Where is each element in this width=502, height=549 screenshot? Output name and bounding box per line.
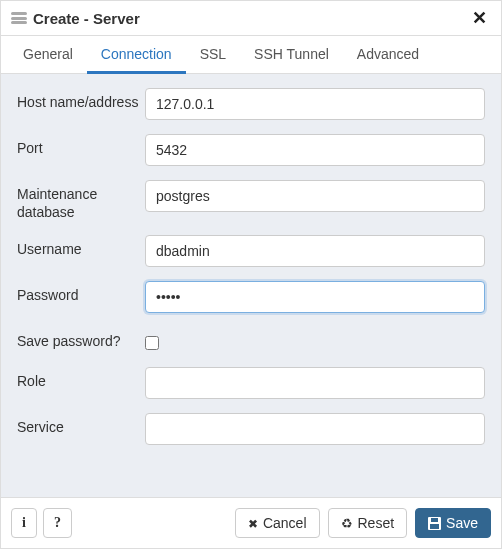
- form-body: Host name/address Port Maintenance datab…: [1, 74, 501, 497]
- save-label: Save: [446, 515, 478, 531]
- row-service: Service: [17, 413, 485, 445]
- create-server-dialog: Create - Server ✕ General Connection SSL…: [0, 0, 502, 549]
- row-role: Role: [17, 367, 485, 399]
- label-host: Host name/address: [17, 88, 145, 112]
- info-button[interactable]: i: [11, 508, 37, 538]
- role-input[interactable]: [145, 367, 485, 399]
- password-input[interactable]: [145, 281, 485, 313]
- username-input[interactable]: [145, 235, 485, 267]
- row-port: Port: [17, 134, 485, 166]
- reset-label: Reset: [358, 515, 395, 531]
- label-service: Service: [17, 413, 145, 437]
- help-button[interactable]: ?: [43, 508, 72, 538]
- tab-bar: General Connection SSL SSH Tunnel Advanc…: [1, 36, 501, 74]
- label-port: Port: [17, 134, 145, 158]
- save-button[interactable]: Save: [415, 508, 491, 538]
- row-save-password: Save password?: [17, 327, 485, 353]
- label-save-password: Save password?: [17, 327, 145, 351]
- label-role: Role: [17, 367, 145, 391]
- save-icon: [428, 517, 441, 530]
- cancel-label: Cancel: [263, 515, 307, 531]
- reset-icon: [341, 515, 353, 531]
- tab-advanced[interactable]: Advanced: [343, 36, 433, 74]
- host-input[interactable]: [145, 88, 485, 120]
- tab-general[interactable]: General: [9, 36, 87, 74]
- close-button[interactable]: ✕: [468, 7, 491, 29]
- row-maintenance-db: Maintenance database: [17, 180, 485, 221]
- row-password: Password: [17, 281, 485, 313]
- maintenance-db-input[interactable]: [145, 180, 485, 212]
- dialog-footer: i ? Cancel Reset Save: [1, 497, 501, 548]
- row-host: Host name/address: [17, 88, 485, 120]
- server-icon: [11, 12, 27, 24]
- label-maintenance-db: Maintenance database: [17, 180, 145, 221]
- label-password: Password: [17, 281, 145, 305]
- close-icon: [248, 515, 258, 531]
- dialog-header: Create - Server ✕: [1, 1, 501, 36]
- tab-connection[interactable]: Connection: [87, 36, 186, 74]
- service-input[interactable]: [145, 413, 485, 445]
- tab-ssl[interactable]: SSL: [186, 36, 240, 74]
- tab-ssh-tunnel[interactable]: SSH Tunnel: [240, 36, 343, 74]
- dialog-title: Create - Server: [33, 10, 468, 27]
- reset-button[interactable]: Reset: [328, 508, 408, 538]
- row-username: Username: [17, 235, 485, 267]
- cancel-button[interactable]: Cancel: [235, 508, 320, 538]
- label-username: Username: [17, 235, 145, 259]
- save-password-checkbox[interactable]: [145, 336, 159, 350]
- port-input[interactable]: [145, 134, 485, 166]
